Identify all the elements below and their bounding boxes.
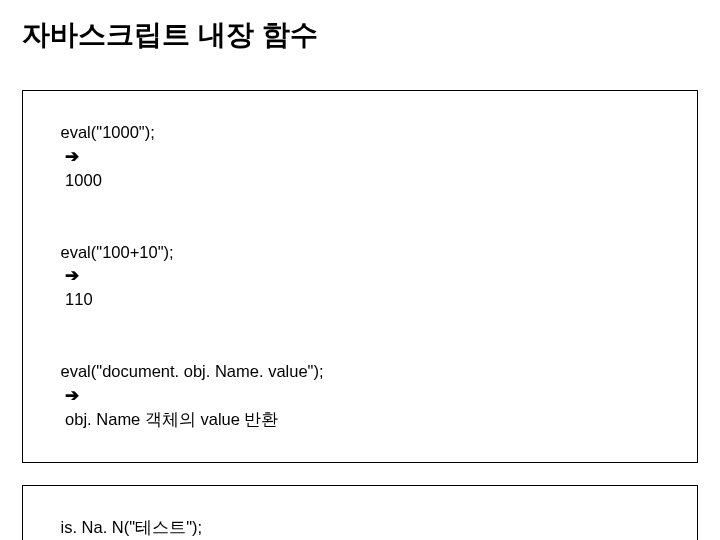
code-left: is. Na. N("테스트"); xyxy=(61,518,203,536)
code-left: eval("document. obj. Name. value"); xyxy=(61,362,324,380)
slide: 자바스크립트 내장 함수 eval("1000"); ➔ 1000 eval("… xyxy=(0,0,720,540)
code-line: eval("1000"); ➔ 1000 xyxy=(33,97,687,217)
code-left: eval("1000"); xyxy=(61,123,155,141)
code-left: eval("100+10"); xyxy=(61,243,174,261)
code-box-2: is. Na. N("테스트"); ➔ true is. Na. N("테스트1… xyxy=(22,485,698,540)
code-line: eval("document. obj. Name. value"); ➔ ob… xyxy=(33,336,687,456)
code-line: eval("100+10"); ➔ 110 xyxy=(33,217,687,337)
arrow-icon: ➔ xyxy=(65,145,79,169)
code-right: obj. Name 객체의 value 반환 xyxy=(61,410,279,428)
page-title: 자바스크립트 내장 함수 xyxy=(22,16,698,54)
code-right: 110 xyxy=(61,290,93,308)
code-line: is. Na. N("테스트"); ➔ true xyxy=(33,492,687,540)
code-right: 1000 xyxy=(61,171,102,189)
arrow-icon: ➔ xyxy=(65,264,79,288)
code-box-1: eval("1000"); ➔ 1000 eval("100+10"); ➔ 1… xyxy=(22,90,698,463)
arrow-icon: ➔ xyxy=(65,384,79,408)
